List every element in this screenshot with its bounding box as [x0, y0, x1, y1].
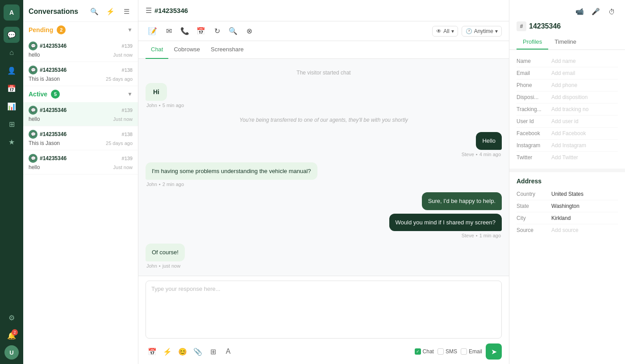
active-item-2[interactable]: 💬 #14235346 #138 This is Jason 25 days a… — [23, 126, 138, 150]
input-format-icon[interactable]: A — [221, 345, 235, 358]
address-header: Address — [509, 172, 625, 188]
field-twitter: Twitter Add Twitter — [517, 152, 618, 163]
profile-section: Name Add name Email Add email Phone Add … — [509, 50, 625, 169]
input-toolbar-right: ✓ Chat SMS Email ➤ — [415, 343, 502, 360]
chat-textarea[interactable] — [146, 281, 502, 339]
system-start-msg: The visitor started chat — [146, 68, 502, 78]
checkbox-unchecked-email — [461, 348, 467, 355]
nav-icon-notifications[interactable]: 🔔 2 — [4, 327, 20, 343]
header-icons: 🔍 ⚡ ☰ — [88, 5, 133, 18]
notification-badge: 2 — [12, 329, 18, 335]
search-toolbar-icon[interactable]: 🔍 — [226, 24, 240, 38]
rp-video-icon[interactable]: 📹 — [573, 5, 586, 18]
filter-anytime-dropdown[interactable]: 🕐 Anytime ▾ — [462, 26, 502, 37]
pending-label: Pending — [29, 26, 53, 33]
channel-email-checkbox[interactable]: Email — [461, 348, 482, 355]
block-icon[interactable]: ⊗ — [242, 24, 256, 38]
tab-chat[interactable]: Chat — [146, 41, 168, 59]
rp-tabs: Profiles Timeline — [517, 35, 618, 50]
msg-meta-hi: John • 5 min ago — [146, 103, 184, 108]
user-avatar[interactable]: U — [4, 345, 19, 360]
refresh-icon[interactable]: ↻ — [210, 24, 224, 38]
input-emoji-icon[interactable]: 😊 — [176, 345, 189, 358]
nav-icon-analytics[interactable]: 📊 — [4, 98, 20, 114]
tab-cobrowse[interactable]: Cobrowse — [168, 41, 205, 59]
conv-avatar-5: 💬 — [29, 154, 38, 163]
field-facebook: Facebook Add Facebook — [517, 128, 618, 140]
address-section: Country United States State Washington C… — [509, 188, 625, 241]
pending-item-2[interactable]: 💬 #14235346 #138 This is Jason 25 days a… — [23, 62, 138, 86]
nav-icon-home[interactable]: ⌂ — [4, 45, 20, 61]
field-userid: User Id Add user id — [517, 116, 618, 128]
nav-icon-settings[interactable]: ⚙ — [4, 310, 20, 326]
input-grid-icon[interactable]: ⊞ — [206, 345, 220, 358]
search-icon[interactable]: 🔍 — [88, 5, 100, 18]
phone-icon[interactable]: 📞 — [178, 24, 192, 38]
active-section-header[interactable]: Active 5 ▼ — [23, 86, 138, 102]
rp-tab-timeline[interactable]: Timeline — [548, 35, 583, 50]
filter-all-dropdown[interactable]: 👁 All ▾ — [432, 26, 458, 37]
note-icon[interactable]: 📝 — [146, 24, 160, 38]
rp-timer-icon[interactable]: ⏱ — [605, 5, 618, 18]
section-divider — [509, 169, 625, 172]
nav-icon-favorite[interactable]: ★ — [4, 134, 20, 150]
field-tracking: Tracking... Add tracking no — [517, 103, 618, 116]
send-button[interactable]: ➤ — [486, 343, 502, 360]
nav-icon-contacts[interactable]: 👤 — [4, 62, 20, 79]
pending-item-1[interactable]: 💬 #14235346 #139 hello Just now — [23, 38, 138, 62]
bubble-vehicle: I'm having some problems understanding t… — [146, 162, 317, 180]
bubble-sure: Sure, I'd be happy to help. — [422, 192, 502, 210]
msg-meta-vehicle: John • 2 min ago — [146, 182, 184, 187]
active-label: Active — [29, 91, 47, 98]
email-icon[interactable]: ✉ — [162, 24, 176, 38]
app-logo: A — [4, 4, 20, 21]
msg-outgoing-hello: Hello Steve • 4 min ago — [146, 132, 502, 157]
nav-icon-apps[interactable]: ⊞ — [4, 116, 20, 132]
bubble-hi: Hi — [146, 83, 167, 101]
input-lightning-icon[interactable]: ⚡ — [161, 345, 174, 358]
right-panel: 📹 🎤 ⏱ # 14235346 Profiles Timeline Name … — [509, 0, 625, 364]
chat-tabs: Chat Cobrowse Screenshare — [138, 41, 509, 59]
conversations-panel: Conversations 🔍 ⚡ ☰ Pending 2 ▼ 💬 #14235… — [23, 0, 138, 364]
tab-screenshare[interactable]: Screenshare — [205, 41, 249, 59]
field-disposition: Disposi... Add disposition — [517, 91, 618, 103]
action-toolbar: 📝 ✉ 📞 📅 ↻ 🔍 ⊗ 👁 All ▾ 🕐 Anytime ▾ — [138, 21, 509, 41]
filter-icon[interactable]: ⚡ — [104, 5, 117, 18]
options-icon[interactable]: ☰ — [120, 5, 133, 18]
conv-avatar-1: 💬 — [29, 41, 38, 50]
active-item-3[interactable]: 💬 #14235346 #139 hello Just now — [23, 150, 138, 174]
conv-avatar-3: 💬 — [29, 106, 38, 115]
rp-conv-id: # 14235346 — [517, 21, 618, 31]
pending-section-header[interactable]: Pending 2 ▼ — [23, 22, 138, 38]
nav-icon-calendar[interactable]: 📅 — [4, 80, 20, 96]
pending-chevron: ▼ — [127, 27, 133, 33]
rp-mic-icon[interactable]: 🎤 — [589, 5, 602, 18]
filter-all-icon: 👁 — [436, 28, 442, 34]
menu-icon[interactable]: ☰ — [146, 6, 152, 15]
transfer-msg: You're being transferred to one of our a… — [146, 113, 502, 127]
conversations-title: Conversations — [29, 8, 78, 16]
nav-icon-conversations[interactable]: 💬 — [4, 27, 20, 43]
channel-chat-checkbox[interactable]: ✓ Chat — [415, 348, 434, 355]
chat-messages: The visitor started chat Hi John • 5 min… — [138, 59, 509, 276]
calendar-toolbar-icon[interactable]: 📅 — [194, 24, 208, 38]
conv-avatar-2: 💬 — [29, 66, 38, 74]
pending-badge: 2 — [57, 25, 66, 34]
field-instagram: Instagram Add Instagram — [517, 140, 618, 152]
rp-tab-profiles[interactable]: Profiles — [517, 35, 548, 50]
msg-incoming-vehicle: I'm having some problems understanding t… — [146, 162, 502, 187]
chat-top-bar: ☰ #14235346 — [138, 0, 509, 21]
addr-state: State Washington — [517, 200, 618, 212]
input-attach-icon[interactable]: 📎 — [191, 345, 204, 358]
chat-main: ☰ #14235346 📝 ✉ 📞 📅 ↻ 🔍 ⊗ 👁 All ▾ 🕐 Anyt… — [138, 0, 509, 364]
chat-conv-id: #14235346 — [154, 7, 188, 14]
channel-sms-checkbox[interactable]: SMS — [438, 348, 457, 355]
sidebar-nav: A 💬 ⌂ 👤 📅 📊 ⊞ ★ ⚙ 🔔 2 U — [0, 0, 23, 364]
active-item-1[interactable]: 💬 #14235346 #139 hello Just now — [23, 102, 138, 126]
addr-source: Source Add source — [517, 224, 618, 236]
input-calendar-icon[interactable]: 📅 — [146, 345, 159, 358]
msg-meta-ofcourse: John • just now — [146, 263, 180, 269]
field-phone: Phone Add phone — [517, 79, 618, 91]
msg-outgoing-sure: Sure, I'd be happy to help. Would you mi… — [146, 192, 502, 238]
checkbox-unchecked-sms — [438, 348, 444, 355]
